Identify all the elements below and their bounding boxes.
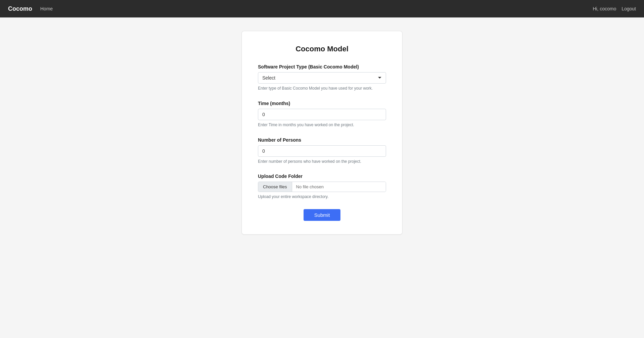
time-months-label: Time (months) (258, 101, 386, 106)
navbar-home-link[interactable]: Home (40, 6, 53, 11)
cocomo-form: Software Project Type (Basic Cocomo Mode… (258, 64, 386, 221)
time-months-hint: Enter Time in months you have worked on … (258, 122, 386, 128)
number-persons-input[interactable] (258, 145, 386, 157)
project-type-label: Software Project Type (Basic Cocomo Mode… (258, 64, 386, 69)
form-title: Cocomo Model (258, 45, 386, 53)
navbar-right: Hi, cocomo Logout (593, 6, 636, 11)
upload-code-group: Upload Code Folder Choose files No file … (258, 174, 386, 200)
choose-files-button[interactable]: Choose files (258, 182, 292, 192)
file-no-chosen-text: No file chosen (292, 182, 386, 192)
navbar-left: Cocomo Home (8, 5, 53, 12)
navbar-greeting: Hi, cocomo (593, 6, 616, 11)
submit-wrapper: Submit (258, 209, 386, 221)
time-months-input[interactable] (258, 109, 386, 120)
file-input-wrapper: Choose files No file chosen (258, 182, 386, 192)
project-type-hint: Enter type of Basic Cocomo Model you hav… (258, 86, 386, 91)
main-content: Cocomo Model Software Project Type (Basi… (0, 17, 644, 338)
navbar-brand[interactable]: Cocomo (8, 5, 32, 12)
number-persons-hint: Enter number of persons who have worked … (258, 159, 386, 164)
upload-code-label: Upload Code Folder (258, 174, 386, 179)
project-type-select[interactable]: Select Organic Semi-Detached Embedded (258, 72, 386, 84)
upload-code-hint: Upload your entire workspace directory. (258, 194, 386, 200)
project-type-group: Software Project Type (Basic Cocomo Mode… (258, 64, 386, 91)
submit-button[interactable]: Submit (304, 209, 341, 221)
navbar-logout-link[interactable]: Logout (622, 6, 636, 11)
form-card: Cocomo Model Software Project Type (Basi… (241, 31, 402, 235)
number-persons-label: Number of Persons (258, 137, 386, 143)
time-months-group: Time (months) Enter Time in months you h… (258, 101, 386, 128)
navbar: Cocomo Home Hi, cocomo Logout (0, 0, 644, 17)
number-persons-group: Number of Persons Enter number of person… (258, 137, 386, 164)
